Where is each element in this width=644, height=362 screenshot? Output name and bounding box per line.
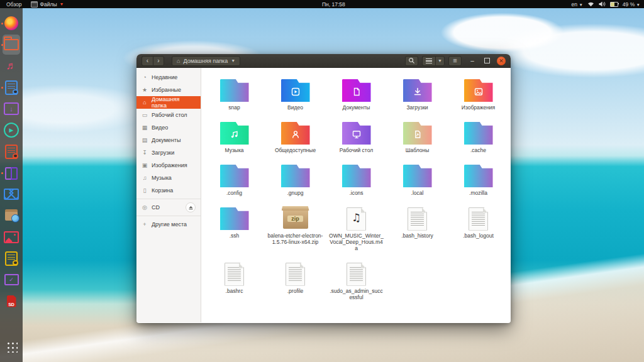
show-applications-button[interactable] <box>1 336 21 357</box>
file-label: .cache <box>470 147 486 153</box>
music-note-icon: ♫ <box>347 211 365 224</box>
dock-item-mail[interactable] <box>1 184 21 205</box>
file-item[interactable]: Изображения <box>448 79 509 122</box>
file-item[interactable]: ♫OWN_MUSIC_Winter_Vocal_Deep_Hous.m4a <box>326 207 387 263</box>
file-item[interactable]: Документы <box>326 79 387 122</box>
file-item[interactable]: .bashrc <box>204 263 265 315</box>
maximize-button[interactable] <box>482 57 491 65</box>
sidebar-item-pictures[interactable]: ▣Изображения <box>136 159 201 172</box>
forward-button[interactable]: › <box>153 56 164 66</box>
file-item[interactable]: Рабочий стол <box>326 122 387 165</box>
file-item[interactable]: .profile <box>265 263 326 315</box>
file-item[interactable]: .local <box>387 165 448 207</box>
file-label: .profile <box>287 288 304 294</box>
devices-icon <box>5 167 18 178</box>
file-item[interactable]: .bash_logout <box>448 207 509 263</box>
file-item[interactable]: .icons <box>326 165 387 207</box>
dock-item-devices[interactable] <box>1 162 21 184</box>
dock-item-rhythmbox[interactable]: ♬ <box>1 55 21 77</box>
file-item[interactable]: Видео <box>265 79 326 122</box>
dock-item-software-store[interactable] <box>1 205 21 226</box>
restricted-document-icon <box>5 145 18 159</box>
path-bar-button[interactable]: ⌂ Домашняя папка ▼ <box>172 56 240 66</box>
dock-item-app-installer[interactable]: ↓ <box>1 98 21 119</box>
list-view-icon <box>426 58 432 63</box>
system-tray[interactable]: en ▼ 49 % ▼ <box>572 0 640 8</box>
file-view[interactable]: snap Видео Документы Загрузки Изображени… <box>201 68 511 322</box>
play-icon <box>290 87 301 97</box>
search-button[interactable] <box>405 56 418 66</box>
sd-card-icon: SD <box>7 295 16 307</box>
view-options-button[interactable]: ▼ <box>435 56 445 66</box>
file-item[interactable]: Общедоступные <box>265 122 326 165</box>
dock: ♬ ↓ ▶ ✓ SD <box>0 8 23 362</box>
file-grid: snap Видео Документы Загрузки Изображени… <box>204 79 511 315</box>
sidebar-item-other-locations[interactable]: +Другие места <box>136 218 201 231</box>
dock-item-sd-card[interactable]: SD <box>1 290 21 312</box>
sidebar-item-desktop[interactable]: ▭Рабочий стол <box>136 109 201 121</box>
wifi-icon <box>587 1 594 7</box>
menu-button[interactable]: ≡ <box>448 56 462 66</box>
dock-item-photos[interactable] <box>1 226 21 248</box>
path-caret-icon: ▼ <box>231 58 235 63</box>
sidebar-separator <box>136 216 201 216</box>
sidebar-item-cd[interactable]: ◎ CD <box>136 201 201 214</box>
sidebar-item-trash[interactable]: ▯Корзина <box>136 184 201 197</box>
clock[interactable]: Пн, 17:58 <box>322 0 345 8</box>
dock-item-document-history[interactable] <box>1 248 21 269</box>
file-label: Загрузки <box>406 104 428 111</box>
text-file-icon <box>225 263 244 286</box>
document-clock-icon <box>5 251 18 266</box>
sidebar-item-videos[interactable]: ▦Видео <box>136 121 201 134</box>
home-icon: ⌂ <box>177 58 180 64</box>
dock-item-files[interactable] <box>1 34 21 55</box>
header-bar[interactable]: ‹ › ⌂ Домашняя папка ▼ ▼ ≡ – ✕ <box>136 54 511 68</box>
keyboard-layout-indicator[interactable]: en ▼ <box>572 1 583 8</box>
activities-button[interactable]: Обзор <box>6 1 22 8</box>
sidebar-item-downloads[interactable]: ↧Загрузки <box>136 146 201 159</box>
dock-item-tasks[interactable]: ✓ <box>1 269 21 290</box>
file-item[interactable]: Музыка <box>204 122 265 165</box>
sidebar-label: Загрузки <box>152 150 174 156</box>
file-item[interactable]: .ssh <box>204 207 265 263</box>
file-label: .bash_logout <box>463 233 494 239</box>
file-item[interactable]: .mozilla <box>448 165 509 207</box>
file-item[interactable]: snap <box>204 79 265 122</box>
dock-item-restricted-document[interactable] <box>1 141 21 162</box>
home-icon: ⌂ <box>142 99 148 106</box>
eject-button[interactable] <box>186 202 196 212</box>
firefox-icon <box>4 16 18 30</box>
sidebar-item-starred[interactable]: ★Избранные <box>136 84 201 96</box>
file-label: Изображения <box>462 104 495 111</box>
sidebar-label: Документы <box>152 137 180 143</box>
sidebar-item-music[interactable]: ♫Музыка <box>136 172 201 184</box>
file-item[interactable]: .config <box>204 165 265 207</box>
sidebar-item-documents[interactable]: ▤Документы <box>136 134 201 146</box>
sidebar-label: Другие места <box>152 221 187 228</box>
file-item[interactable]: Загрузки <box>387 79 448 122</box>
dock-item-writer-document[interactable] <box>1 77 21 98</box>
sidebar-label: Недавние <box>152 74 177 80</box>
back-button[interactable]: ‹ <box>142 56 153 66</box>
dock-item-media-player[interactable]: ▶ <box>1 119 21 141</box>
list-view-button[interactable] <box>422 56 435 66</box>
sidebar-separator <box>136 199 201 199</box>
file-item[interactable]: .gnupg <box>265 165 326 207</box>
app-grid-icon <box>6 341 18 353</box>
file-item[interactable]: .cache <box>448 122 509 165</box>
file-label: Шаблоны <box>406 147 430 153</box>
maximize-icon <box>484 58 490 63</box>
file-item[interactable]: Шаблоны <box>387 122 448 165</box>
file-item[interactable]: zipbalena-etcher-electron-1.5.76-linux-x… <box>265 207 326 263</box>
close-button[interactable]: ✕ <box>497 57 506 65</box>
dock-item-firefox[interactable] <box>1 13 21 34</box>
window-controls: – ✕ <box>468 57 506 65</box>
minimize-button[interactable]: – <box>468 57 477 65</box>
view-caret-icon: ▼ <box>438 58 442 63</box>
battery-percent: 49 % ▼ <box>623 1 640 8</box>
file-item[interactable]: .sudo_as_admin_successful <box>326 263 387 315</box>
file-item[interactable]: .bash_history <box>387 207 448 263</box>
app-menu[interactable]: Файлы ▼ <box>31 1 64 8</box>
sidebar-item-recent[interactable]: ◔Недавние <box>136 71 201 84</box>
sidebar-item-home[interactable]: ⌂Домашняя папка <box>136 96 201 109</box>
